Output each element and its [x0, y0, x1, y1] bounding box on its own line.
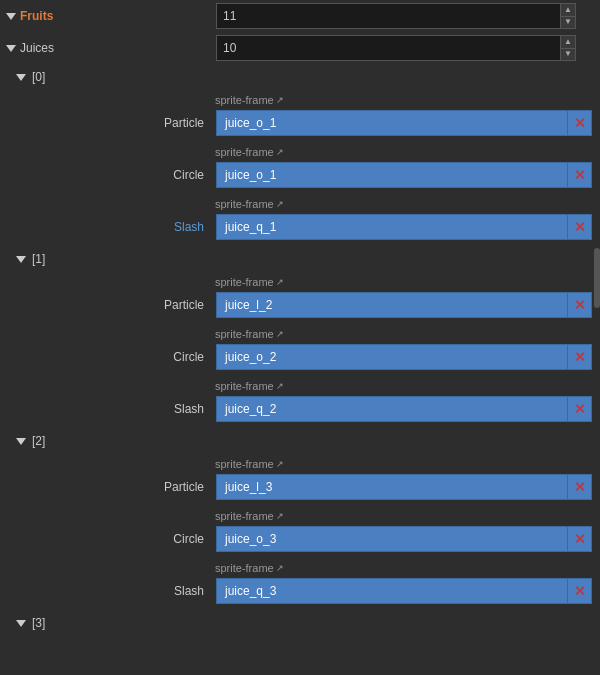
group-1-particle-block: sprite-frame ↗ Particle juice_l_2 ✕	[0, 272, 600, 318]
group-2-slash-close[interactable]: ✕	[568, 578, 592, 604]
juices-input-wrapper: ▲ ▼	[216, 35, 576, 61]
group-0-circle-sprite-label-row: sprite-frame ↗	[0, 142, 600, 162]
group-1-particle-close[interactable]: ✕	[568, 292, 592, 318]
group-2-slash-value-row: Slash juice_q_3 ✕	[0, 578, 600, 604]
group-0-circle-field[interactable]: juice_o_1	[216, 162, 568, 188]
group-1-particle-label: Particle	[6, 298, 216, 312]
fruits-triangle-icon[interactable]	[6, 13, 16, 20]
group-1-circle-sprite-label-row: sprite-frame ↗	[0, 324, 600, 344]
juices-label: Juices	[20, 41, 54, 55]
group-1-circle-sprite-label: sprite-frame	[215, 328, 274, 340]
group-1-slash-value-row: Slash juice_q_2 ✕	[0, 396, 600, 422]
group-2-circle-ext-icon: ↗	[276, 511, 284, 521]
juices-input[interactable]	[217, 41, 560, 55]
fruits-label: Fruits	[20, 9, 53, 23]
group-1-circle-value-row: Circle juice_o_2 ✕	[0, 344, 600, 370]
group-2-particle-sprite-label: sprite-frame	[215, 458, 274, 470]
group-0-circle-sprite-label: sprite-frame	[215, 146, 274, 158]
group-0-particle-sprite-label-row: sprite-frame ↗	[0, 90, 600, 110]
group-0-circle-close[interactable]: ✕	[568, 162, 592, 188]
fruits-row: Fruits ▲ ▼	[0, 0, 600, 32]
juices-spin-down[interactable]: ▼	[561, 49, 575, 61]
group-0-circle-ext-icon: ↗	[276, 147, 284, 157]
group-1-slash-field[interactable]: juice_q_2	[216, 396, 568, 422]
group-2-circle-sprite-label-row: sprite-frame ↗	[0, 506, 600, 526]
group-2-particle-value-row: Particle juice_l_3 ✕	[0, 474, 600, 500]
group-2-slash-sprite-label-row: sprite-frame ↗	[0, 558, 600, 578]
group-1-slash-ext-icon: ↗	[276, 381, 284, 391]
fruits-header-left: Fruits	[6, 9, 216, 23]
group-0-triangle-icon[interactable]	[16, 74, 26, 81]
fruits-spin-down[interactable]: ▼	[561, 17, 575, 29]
juices-spin-up[interactable]: ▲	[561, 36, 575, 49]
group-0-header: [0]	[0, 64, 600, 90]
group-0-slash-block: sprite-frame ↗ Slash juice_q_1 ✕	[0, 194, 600, 240]
juices-row: Juices ▲ ▼	[0, 32, 600, 64]
group-1-particle-sprite-label-row: sprite-frame ↗	[0, 272, 600, 292]
group-0-slash-field[interactable]: juice_q_1	[216, 214, 568, 240]
group-2-circle-block: sprite-frame ↗ Circle juice_o_3 ✕	[0, 506, 600, 552]
group-1-label: [1]	[32, 252, 45, 266]
group-1-particle-sprite-label: sprite-frame	[215, 276, 274, 288]
group-0-slash-close[interactable]: ✕	[568, 214, 592, 240]
group-0-slash-sprite-label: sprite-frame	[215, 198, 274, 210]
group-1-circle-close[interactable]: ✕	[568, 344, 592, 370]
juices-spinner: ▲ ▼	[560, 36, 575, 60]
group-1-circle-field[interactable]: juice_o_2	[216, 344, 568, 370]
fruits-input-wrapper: ▲ ▼	[216, 3, 576, 29]
group-0-particle-value-row: Particle juice_o_1 ✕	[0, 110, 600, 136]
group-2-particle-close[interactable]: ✕	[568, 474, 592, 500]
group-0-particle-field[interactable]: juice_o_1	[216, 110, 568, 136]
group-1-slash-label: Slash	[6, 402, 216, 416]
fruits-input[interactable]	[217, 9, 560, 23]
group-2-slash-block: sprite-frame ↗ Slash juice_q_3 ✕	[0, 558, 600, 604]
group-0-slash-ext-icon: ↗	[276, 199, 284, 209]
group-2-slash-ext-icon: ↗	[276, 563, 284, 573]
group-1-circle-label: Circle	[6, 350, 216, 364]
group-0-slash-value-row: Slash juice_q_1 ✕	[0, 214, 600, 240]
fruits-spin-up[interactable]: ▲	[561, 4, 575, 17]
scroll-indicator	[594, 248, 600, 308]
group-1-header: [1]	[0, 246, 600, 272]
group-0-slash-label: Slash	[6, 220, 216, 234]
group-3-header: [3]	[0, 610, 600, 636]
group-2-circle-label: Circle	[6, 532, 216, 546]
group-2-slash-field[interactable]: juice_q_3	[216, 578, 568, 604]
group-2-circle-value-row: Circle juice_o_3 ✕	[0, 526, 600, 552]
juices-triangle-icon[interactable]	[6, 45, 16, 52]
group-2-circle-close[interactable]: ✕	[568, 526, 592, 552]
group-0-circle-block: sprite-frame ↗ Circle juice_o_1 ✕	[0, 142, 600, 188]
group-1-circle-block: sprite-frame ↗ Circle juice_o_2 ✕	[0, 324, 600, 370]
group-2-particle-block: sprite-frame ↗ Particle juice_l_3 ✕	[0, 454, 600, 500]
group-0-particle-sprite-label: sprite-frame	[215, 94, 274, 106]
group-0-particle-close[interactable]: ✕	[568, 110, 592, 136]
group-2-slash-sprite-label: sprite-frame	[215, 562, 274, 574]
group-1-particle-value-row: Particle juice_l_2 ✕	[0, 292, 600, 318]
group-1-circle-ext-icon: ↗	[276, 329, 284, 339]
fruits-field-wrapper: ▲ ▼	[216, 3, 594, 29]
group-2-particle-ext-icon: ↗	[276, 459, 284, 469]
group-1-slash-block: sprite-frame ↗ Slash juice_q_2 ✕	[0, 376, 600, 422]
group-2-header: [2]	[0, 428, 600, 454]
group-2-circle-field[interactable]: juice_o_3	[216, 526, 568, 552]
group-2-circle-sprite-label: sprite-frame	[215, 510, 274, 522]
group-1-slash-close[interactable]: ✕	[568, 396, 592, 422]
group-0-label: [0]	[32, 70, 45, 84]
group-0-particle-block: sprite-frame ↗ Particle juice_o_1 ✕	[0, 90, 600, 136]
group-2-triangle-icon[interactable]	[16, 438, 26, 445]
group-1-particle-ext-icon: ↗	[276, 277, 284, 287]
group-0-slash-sprite-label-row: sprite-frame ↗	[0, 194, 600, 214]
group-3-triangle-icon[interactable]	[16, 620, 26, 627]
group-1-particle-field[interactable]: juice_l_2	[216, 292, 568, 318]
group-1-triangle-icon[interactable]	[16, 256, 26, 263]
group-0-circle-value-row: Circle juice_o_1 ✕	[0, 162, 600, 188]
group-3-label: [3]	[32, 616, 45, 630]
group-2-label: [2]	[32, 434, 45, 448]
group-2-slash-label: Slash	[6, 584, 216, 598]
group-1-slash-sprite-label: sprite-frame	[215, 380, 274, 392]
group-1-slash-sprite-label-row: sprite-frame ↗	[0, 376, 600, 396]
group-2-particle-field[interactable]: juice_l_3	[216, 474, 568, 500]
main-container: Fruits ▲ ▼ Juices ▲ ▼	[0, 0, 600, 675]
fruits-spinner: ▲ ▼	[560, 4, 575, 28]
group-2-particle-sprite-label-row: sprite-frame ↗	[0, 454, 600, 474]
